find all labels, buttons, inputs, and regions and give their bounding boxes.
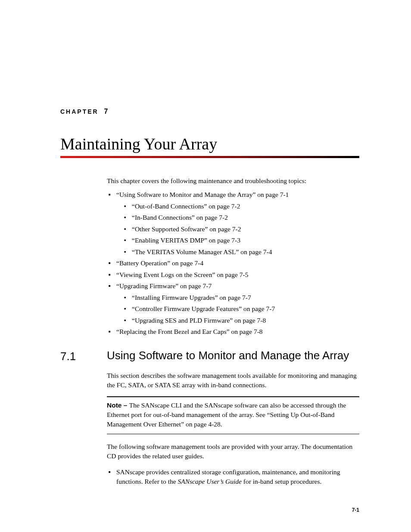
list-item: SANscape provides centralized storage co… bbox=[107, 467, 359, 487]
list-text-post: for in-band setup procedures. bbox=[242, 478, 322, 485]
section-heading: 7.1 Using Software to Monitor and Manage… bbox=[60, 349, 359, 363]
section-paragraph: This section describes the software mana… bbox=[107, 371, 359, 390]
list-text-italic: SANscape User’s Guide bbox=[177, 478, 241, 485]
page-number: 7-1 bbox=[352, 507, 359, 513]
toc-subitem: “Enabling VERITAS DMP” on page 7-3 bbox=[122, 236, 359, 245]
title-rule bbox=[60, 156, 359, 158]
toc-subitem: “The VERITAS Volume Manager ASL” on page… bbox=[122, 247, 359, 257]
toc-item: “Replacing the Front Bezel and Ear Caps”… bbox=[107, 327, 359, 336]
toc-subitem: “Other Supported Software” on page 7-2 bbox=[122, 224, 359, 234]
toc-subitem: “In-Band Connections” on page 7-2 bbox=[122, 213, 359, 222]
section-number: 7.1 bbox=[60, 349, 107, 363]
toc-item: “Using Software to Monitor and Manage th… bbox=[107, 190, 359, 257]
chapter-label: CHAPTER 7 bbox=[60, 108, 359, 115]
body-list: SANscape provides centralized storage co… bbox=[107, 467, 359, 487]
chapter-word: CHAPTER bbox=[60, 108, 99, 115]
toc-sublist: “Out-of-Band Connections” on page 7-2 “I… bbox=[122, 202, 359, 257]
chapter-number: 7 bbox=[104, 108, 108, 115]
toc-subitem: “Controller Firmware Upgrade Features” o… bbox=[122, 304, 359, 314]
intro-paragraph: This chapter covers the following mainte… bbox=[107, 176, 359, 186]
note-body: The SANscape CLI and the SANscape softwa… bbox=[107, 401, 346, 428]
toc-subitem: “Out-of-Band Connections” on page 7-2 bbox=[122, 202, 359, 211]
toc-sublist: “Installing Firmware Upgrades” on page 7… bbox=[122, 293, 359, 325]
toc-list: “Using Software to Monitor and Manage th… bbox=[107, 190, 359, 336]
section-title: Using Software to Monitor and Manage the… bbox=[107, 349, 349, 362]
toc-subitem: “Upgrading SES and PLD Firmware” on page… bbox=[122, 316, 359, 325]
section-paragraph: The following software management tools … bbox=[107, 442, 359, 461]
toc-item: “Viewing Event Logs on the Screen” on pa… bbox=[107, 270, 359, 280]
toc-subitem: “Installing Firmware Upgrades” on page 7… bbox=[122, 293, 359, 302]
toc-item: “Battery Operation” on page 7-4 bbox=[107, 258, 359, 268]
note-label: Note – bbox=[107, 401, 129, 409]
toc-text: “Using Software to Monitor and Manage th… bbox=[116, 191, 289, 198]
chapter-title: Maintaining Your Array bbox=[60, 134, 359, 153]
toc-item: “Upgrading Firmware” on page 7-7 “Instal… bbox=[107, 281, 359, 325]
note-box: Note – The SANscape CLI and the SANscape… bbox=[107, 396, 359, 434]
toc-text: “Upgrading Firmware” on page 7-7 bbox=[116, 282, 212, 289]
